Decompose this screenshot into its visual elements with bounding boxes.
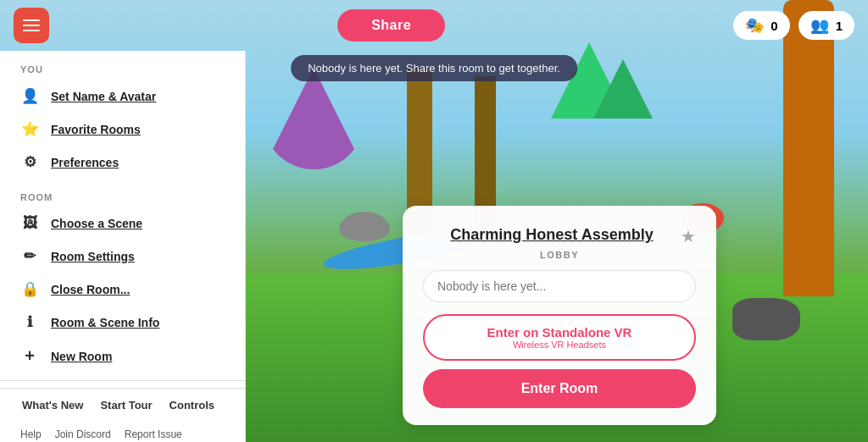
sidebar-room-label: ROOM — [0, 179, 245, 207]
tab-whats-new[interactable]: What's New — [14, 394, 92, 417]
spectators-icon: 🎭 — [745, 16, 764, 35]
sidebar-item-label-favorite-rooms: Favorite Rooms — [51, 123, 141, 136]
sidebar-item-room-settings[interactable]: ✏ Room Settings — [0, 240, 245, 273]
sidebar-tabs: What's New Start Tour Controls — [0, 388, 245, 422]
footer-link-report[interactable]: Report Issue — [125, 428, 182, 440]
room-card: Charming Honest Assembly ★ LOBBY Enter o… — [403, 206, 716, 425]
footer-link-discord[interactable]: Join Discord — [55, 428, 111, 440]
sidebar-item-label-room-scene-info: Room & Scene Info — [51, 316, 159, 329]
sidebar-item-set-name[interactable]: 👤 Set Name & Avatar — [0, 80, 245, 113]
room-title-wrap: Charming Honest Assembly — [423, 226, 681, 244]
users-icon: 👥 — [810, 16, 829, 35]
users-counter[interactable]: 👥 1 — [798, 11, 854, 40]
rock-gray — [339, 212, 390, 241]
tab-controls[interactable]: Controls — [161, 394, 223, 417]
sidebar-item-new-room[interactable]: + New Room — [0, 339, 245, 373]
hamburger-icon — [23, 19, 40, 31]
sidebar-item-label-room-settings: Room Settings — [51, 250, 135, 263]
scene-icon: 🖼 — [20, 215, 39, 232]
room-type: LOBBY — [423, 250, 696, 260]
footer-link-help[interactable]: Help — [20, 428, 42, 440]
enter-vr-sublabel: Wireless VR Headsets — [434, 340, 685, 350]
notification-bar: Nobody is here yet. Share this room to g… — [291, 55, 577, 81]
sidebar-item-room-scene-info[interactable]: ℹ Room & Scene Info — [0, 306, 245, 339]
enter-vr-button[interactable]: Enter on Standalone VR Wireless VR Heads… — [423, 314, 696, 361]
star-icon: ⭐ — [20, 120, 39, 138]
notification-text: Nobody is here yet. Share this room to g… — [308, 62, 560, 75]
sidebar-item-label-preferences: Preferences — [51, 156, 119, 169]
rock-right — [732, 298, 800, 340]
gear-icon: ⚙ — [20, 153, 39, 171]
sidebar-item-label-set-name: Set Name & Avatar — [51, 90, 156, 103]
star-button[interactable]: ★ — [681, 226, 696, 246]
topbar-right: 🎭 0 👥 1 — [733, 11, 854, 40]
enter-room-button[interactable]: Enter Room — [423, 369, 696, 408]
menu-button[interactable] — [14, 8, 49, 43]
users-count: 1 — [836, 19, 843, 33]
sidebar-item-label-choose-scene: Choose a Scene — [51, 217, 142, 230]
room-title: Charming Honest Assembly — [423, 226, 681, 244]
room-card-header: Charming Honest Assembly ★ — [423, 226, 696, 246]
sidebar-divider — [0, 380, 245, 381]
sidebar-scroll: YOU 👤 Set Name & Avatar ⭐ Favorite Rooms… — [0, 51, 245, 442]
person-icon: 👤 — [20, 87, 39, 105]
sidebar-item-choose-scene[interactable]: 🖼 Choose a Scene — [0, 207, 245, 240]
sidebar-you-label: YOU — [0, 51, 245, 80]
room-search-input[interactable] — [423, 270, 696, 302]
star-icon-btn: ★ — [681, 227, 696, 246]
spectators-count: 0 — [771, 19, 777, 33]
topbar: Share 🎭 0 👥 1 — [0, 0, 868, 51]
sidebar-item-close-room[interactable]: 🔒 Close Room... — [0, 273, 245, 306]
sidebar-footer-links: Help Join Discord Report Issue Terms of … — [0, 422, 245, 442]
sidebar: YOU 👤 Set Name & Avatar ⭐ Favorite Rooms… — [0, 51, 246, 442]
pencil-icon: ✏ — [20, 247, 39, 265]
enter-vr-label: Enter on Standalone VR — [434, 325, 685, 340]
spectators-counter[interactable]: 🎭 0 — [733, 11, 789, 40]
tab-start-tour[interactable]: Start Tour — [92, 394, 160, 417]
info-icon: ℹ — [20, 313, 39, 331]
sidebar-item-label-new-room: New Room — [51, 350, 112, 363]
plus-icon: + — [20, 346, 39, 366]
sidebar-item-favorite-rooms[interactable]: ⭐ Favorite Rooms — [0, 113, 245, 146]
share-button[interactable]: Share — [337, 9, 445, 41]
lock-icon: 🔒 — [20, 280, 39, 298]
sidebar-item-label-close-room: Close Room... — [51, 283, 130, 296]
sidebar-item-preferences[interactable]: ⚙ Preferences — [0, 146, 245, 179]
